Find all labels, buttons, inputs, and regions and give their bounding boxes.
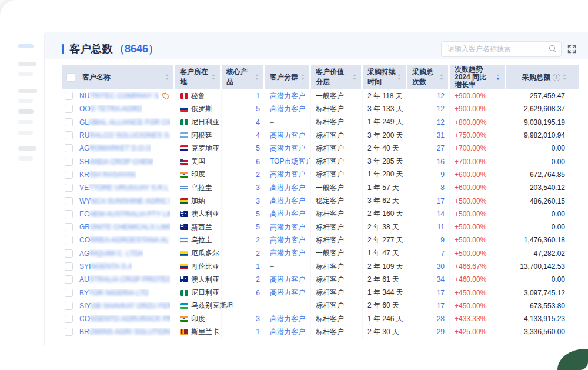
purchase-count[interactable]: 17	[437, 289, 445, 297]
core-products-count[interactable]: 5	[256, 144, 260, 152]
segment-link[interactable]: 高潜力客户	[270, 248, 305, 258]
row-checkbox[interactable]	[65, 184, 73, 192]
select-all-checkbox[interactable]	[66, 73, 75, 82]
column-header-products[interactable]: 核心产品	[222, 65, 265, 89]
customer-name-link[interactable]: CONSENTO AGRURACK PRIVATE ...	[79, 315, 170, 323]
customer-name-link[interactable]: BROWINS AGRI SOLUTIONS PVTLTD	[79, 328, 170, 336]
customer-name-link[interactable]: RURALCO SOLUCIONES S.A	[79, 131, 170, 139]
row-checkbox[interactable]	[65, 158, 73, 166]
core-products-count[interactable]: 3	[256, 184, 260, 192]
segment-link[interactable]: 高潜力客户	[270, 91, 305, 101]
row-checkbox[interactable]	[65, 289, 73, 297]
core-products-count[interactable]: 2	[256, 236, 260, 244]
purchase-count[interactable]: 12	[437, 105, 445, 113]
purchase-count[interactable]: 14	[437, 210, 445, 218]
sidebar-item[interactable]	[18, 146, 36, 151]
segment-link[interactable]: 高潜力客户	[270, 222, 305, 232]
segment-link[interactable]: 高潜力客户	[270, 131, 305, 141]
column-header-segment[interactable]: 客户分群	[265, 65, 311, 89]
row-checkbox[interactable]	[65, 262, 73, 271]
sort-carets[interactable]	[165, 74, 169, 80]
sort-carets-active[interactable]	[496, 74, 500, 80]
row-checkbox[interactable]	[65, 171, 73, 179]
core-products-count[interactable]: 4	[256, 118, 260, 126]
sort-carets[interactable]	[255, 74, 259, 80]
purchase-count[interactable]: 7	[440, 249, 445, 258]
purchase-count[interactable]: 16	[437, 158, 445, 166]
purchase-count[interactable]: 30	[437, 262, 445, 271]
sidebar-item[interactable]	[18, 131, 33, 135]
customer-name-link[interactable]: AUSTRALIA CROP PROTECTIONP...	[79, 275, 170, 284]
column-header-amount[interactable]: 采购总额	[506, 65, 579, 89]
row-checkbox[interactable]	[65, 92, 73, 100]
customer-name-link[interactable]: WYNCA SUNSHINE AGRIC PRODU...	[79, 197, 170, 205]
row-checkbox[interactable]	[65, 105, 73, 113]
core-products-count[interactable]: 3	[256, 315, 260, 323]
core-products-count[interactable]: 2	[256, 249, 260, 258]
customer-name-link[interactable]: CORREA AGROESTANA AL VAROR...	[79, 236, 170, 244]
sort-carets[interactable]	[440, 74, 443, 80]
search-icon[interactable]	[549, 45, 557, 53]
customer-name-link[interactable]: SHANDA CROP CHEM	[79, 158, 153, 166]
segment-link[interactable]: 高潜力客户	[270, 209, 305, 219]
core-products-count[interactable]: 5	[256, 210, 260, 218]
core-products-count[interactable]: 6	[256, 289, 260, 297]
column-header-location[interactable]: 客户所在地	[175, 65, 222, 89]
row-checkbox[interactable]	[65, 275, 73, 284]
segment-link[interactable]: –	[270, 302, 274, 310]
sort-carets[interactable]	[212, 74, 215, 80]
core-products-count[interactable]: 3	[256, 197, 260, 205]
segment-link[interactable]: 高潜力客户	[270, 327, 305, 337]
core-products-count[interactable]: –	[256, 302, 260, 310]
row-checkbox[interactable]	[65, 236, 73, 244]
purchase-count[interactable]: 9	[440, 236, 445, 244]
row-checkbox[interactable]	[65, 302, 73, 310]
purchase-count[interactable]: 8	[440, 184, 445, 192]
sidebar-item[interactable]	[18, 109, 34, 114]
customer-name-link[interactable]: GLOBAL ALLIANCE FOR CHEMICA...	[79, 118, 170, 126]
sidebar-item[interactable]	[18, 72, 33, 76]
core-products-count[interactable]: 6	[256, 158, 260, 166]
purchase-count[interactable]: 28	[437, 315, 445, 323]
row-checkbox[interactable]	[65, 249, 73, 258]
segment-link[interactable]: 高潜力客户	[270, 104, 305, 114]
purchase-count[interactable]: 9	[440, 171, 445, 179]
segment-link[interactable]: 高潜力客户	[270, 196, 305, 206]
segment-link[interactable]: 高潜力客户	[270, 183, 305, 193]
sidebar-item[interactable]	[18, 120, 33, 124]
row-checkbox[interactable]	[65, 118, 73, 126]
sidebar-item[interactable]	[18, 62, 36, 66]
segment-link[interactable]: –	[270, 118, 274, 126]
sort-carets[interactable]	[397, 74, 401, 80]
sidebar-item[interactable]	[18, 89, 37, 93]
segment-link[interactable]: 高潜力客户	[270, 275, 305, 285]
segment-link[interactable]: 高潜力客户	[270, 169, 305, 179]
customer-name-link[interactable]: OOD TETRA AGRO	[79, 105, 142, 113]
purchase-count[interactable]: 17	[437, 302, 445, 310]
search-input[interactable]	[441, 41, 562, 57]
segment-link[interactable]: 高潜力客户	[270, 314, 305, 324]
row-checkbox[interactable]	[65, 210, 73, 218]
customer-name-link[interactable]: VETTORE URUGUAY S.R.L	[79, 184, 169, 192]
sidebar-item[interactable]	[18, 44, 34, 48]
customer-name-link[interactable]: GRONITE CHEMICALS LIMITED	[79, 223, 170, 231]
core-products-count[interactable]: 1	[256, 92, 260, 100]
purchase-count[interactable]: 11	[437, 223, 445, 231]
core-products-count[interactable]: 5	[256, 105, 260, 113]
column-header-tier[interactable]: 客户价值分层	[311, 65, 363, 89]
sort-carets[interactable]	[563, 74, 566, 80]
segment-link[interactable]: –	[270, 262, 274, 271]
row-checkbox[interactable]	[65, 315, 73, 323]
row-checkbox[interactable]	[65, 131, 73, 139]
purchase-count[interactable]: 12	[437, 118, 445, 126]
sort-carets[interactable]	[301, 74, 305, 80]
row-checkbox[interactable]	[65, 197, 73, 205]
purchase-count[interactable]: 12	[437, 92, 445, 100]
column-header-name[interactable]: 客户名称	[62, 65, 175, 89]
sidebar-item[interactable]	[18, 99, 33, 103]
purchase-count[interactable]: 34	[437, 275, 445, 284]
core-products-count[interactable]: 1	[256, 262, 260, 271]
core-products-count[interactable]: 2	[256, 171, 260, 179]
row-checkbox[interactable]	[65, 223, 73, 231]
customer-name-link[interactable]: AGROMARKET D.O.O	[79, 144, 151, 152]
